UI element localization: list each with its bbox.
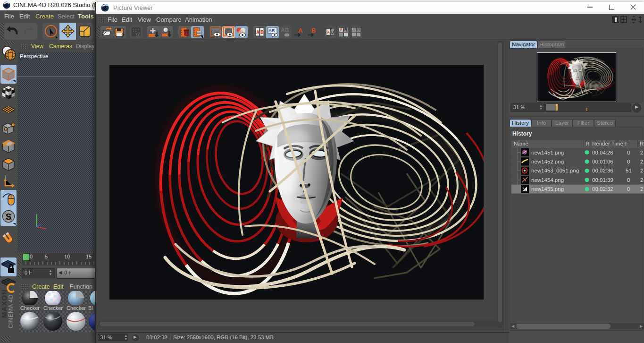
- svg-text:?: ?: [121, 33, 125, 38]
- svg-text:00:02:32: 00:02:32: [592, 186, 613, 192]
- svg-text:2: 2: [640, 159, 643, 164]
- svg-text:AB: AB: [281, 27, 289, 34]
- svg-text:2: 2: [640, 168, 643, 173]
- svg-text:B: B: [357, 27, 360, 32]
- svg-text:51: 51: [626, 168, 632, 173]
- svg-text:B: B: [311, 27, 316, 34]
- svg-text:0: 0: [627, 159, 630, 164]
- svg-text:2: 2: [640, 186, 643, 192]
- svg-text:new1453_0051.png: new1453_0051.png: [531, 168, 579, 173]
- svg-text:0: 0: [627, 177, 630, 183]
- svg-text:new1451.png: new1451.png: [531, 150, 564, 155]
- svg-text:A: A: [298, 27, 303, 34]
- svg-text:A: A: [327, 30, 330, 34]
- svg-text:00:01:06: 00:01:06: [592, 159, 613, 164]
- svg-text:D: D: [331, 30, 334, 34]
- svg-text:A: A: [340, 27, 343, 32]
- svg-text:2: 2: [640, 177, 643, 183]
- svg-text:S: S: [6, 212, 12, 222]
- svg-text:AB: AB: [268, 28, 275, 33]
- svg-text:B: B: [344, 27, 347, 32]
- svg-text:2: 2: [640, 150, 643, 155]
- svg-text:new1455.png: new1455.png: [531, 186, 564, 192]
- svg-text:00:02:36: 00:02:36: [592, 168, 613, 173]
- svg-text:00:04:26: 00:04:26: [592, 150, 613, 155]
- svg-text:x2: x2: [135, 32, 140, 36]
- svg-text:B: B: [260, 30, 264, 35]
- svg-text:new1452.png: new1452.png: [531, 159, 564, 164]
- svg-text:0: 0: [627, 150, 630, 155]
- svg-text:00:01:39: 00:01:39: [592, 177, 613, 183]
- svg-text:0: 0: [627, 186, 630, 192]
- svg-text:A: A: [352, 27, 355, 32]
- svg-text:A: A: [256, 30, 259, 35]
- svg-text:new1454.png: new1454.png: [531, 177, 564, 183]
